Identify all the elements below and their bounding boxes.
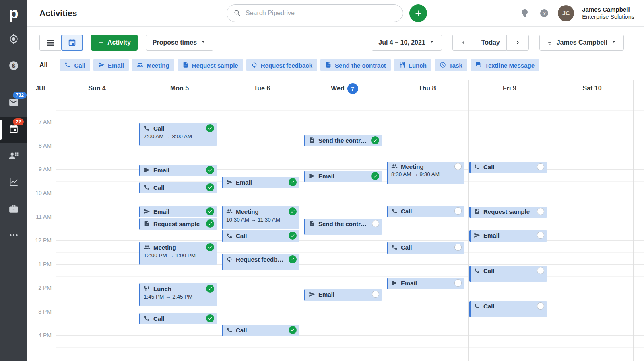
- open-circle-icon[interactable]: [537, 267, 544, 274]
- day-header-mon[interactable]: Mon 5: [138, 80, 221, 97]
- open-circle-icon[interactable]: [537, 163, 544, 170]
- day-header-thu[interactable]: Thu 8: [386, 80, 468, 97]
- event-email[interactable]: Email: [469, 230, 547, 242]
- day-header-sat[interactable]: Sat 10: [551, 80, 633, 97]
- check-circle-icon[interactable]: [371, 172, 379, 180]
- filter-chip-email[interactable]: Email: [93, 59, 129, 71]
- day-header-sun[interactable]: Sun 4: [56, 80, 138, 97]
- day-header-fri[interactable]: Fri 9: [468, 80, 551, 97]
- sidebar-item-mail[interactable]: 732: [0, 90, 27, 117]
- filter-chip-call[interactable]: Call: [60, 59, 90, 71]
- check-circle-icon[interactable]: [289, 255, 297, 263]
- event-call[interactable]: Call: [222, 325, 299, 336]
- filter-chip-lunch[interactable]: Lunch: [394, 59, 431, 71]
- event-call[interactable]: Call: [387, 242, 464, 254]
- filter-chip-textline-message[interactable]: Textline Message: [471, 59, 539, 71]
- phone-icon: [144, 315, 150, 322]
- help-button[interactable]: ?: [539, 8, 550, 19]
- sidebar-item-dollar[interactable]: $: [0, 53, 27, 80]
- sidebar-item-products[interactable]: [0, 196, 27, 223]
- open-circle-icon[interactable]: [537, 208, 544, 215]
- open-circle-icon[interactable]: [454, 163, 462, 170]
- event-request-sample[interactable]: Request sample: [139, 218, 217, 230]
- event-lunch[interactable]: Lunch1:45 PM → 2:45 PM: [139, 283, 217, 306]
- event-call[interactable]: Call: [387, 206, 464, 217]
- event-call[interactable]: Call7:00 AM → 8:00 AM: [139, 123, 217, 146]
- event-call[interactable]: Call: [469, 301, 547, 317]
- filter-all[interactable]: All: [39, 62, 47, 69]
- day-header-tue[interactable]: Tue 6: [221, 80, 303, 97]
- event-email[interactable]: Email: [139, 206, 217, 217]
- check-circle-icon[interactable]: [289, 232, 297, 240]
- event-call[interactable]: Call: [469, 162, 547, 173]
- event-send-the-contract[interactable]: Send the contract: [304, 135, 382, 146]
- suggestions-button[interactable]: [519, 8, 530, 19]
- open-circle-icon[interactable]: [372, 291, 379, 298]
- date-range-button[interactable]: Jul 4 – 10, 2021: [372, 35, 442, 51]
- open-circle-icon[interactable]: [372, 220, 379, 227]
- check-circle-icon[interactable]: [206, 166, 214, 174]
- filter-chip-request-sample[interactable]: Request sample: [178, 59, 243, 71]
- pipedrive-logo[interactable]: p: [0, 0, 27, 27]
- day-header-wed[interactable]: Wed7: [303, 80, 386, 97]
- sidebar-item-dots[interactable]: [0, 223, 27, 249]
- event-call[interactable]: Call: [469, 266, 547, 282]
- caret-down-icon: [611, 39, 617, 47]
- filter-chip-task[interactable]: Task: [435, 59, 467, 71]
- user-menu[interactable]: James Campbell Enterprise Solutions: [582, 6, 634, 21]
- send-icon: [309, 291, 315, 297]
- open-circle-icon[interactable]: [454, 207, 462, 215]
- prev-week-button[interactable]: [452, 35, 475, 51]
- sidebar-item-stats[interactable]: [0, 170, 27, 196]
- search-bar[interactable]: [227, 4, 403, 22]
- check-circle-icon[interactable]: [206, 285, 214, 293]
- search-input[interactable]: [246, 10, 396, 17]
- event-request-feedback[interactable]: Request feedback: [222, 254, 299, 270]
- event-email[interactable]: Email: [304, 171, 382, 182]
- event-meeting[interactable]: Meeting10:30 AM → 11:30 AM: [222, 206, 299, 229]
- check-circle-icon[interactable]: [206, 219, 214, 228]
- quick-add-button[interactable]: [409, 4, 427, 22]
- event-call[interactable]: Call: [139, 182, 217, 193]
- check-circle-icon[interactable]: [206, 124, 214, 132]
- event-email[interactable]: Email: [304, 289, 382, 301]
- open-circle-icon[interactable]: [537, 232, 544, 239]
- check-circle-icon[interactable]: [206, 183, 214, 191]
- event-meeting[interactable]: Meeting8:30 AM → 9:30 AM: [387, 162, 464, 184]
- propose-times-button[interactable]: Propose times: [146, 35, 213, 51]
- open-circle-icon[interactable]: [454, 279, 462, 287]
- list-view-button[interactable]: [39, 35, 61, 51]
- day-column-fri: CallRequest sampleEmailCallCall: [468, 97, 551, 361]
- check-circle-icon[interactable]: [289, 178, 297, 186]
- check-circle-icon[interactable]: [206, 243, 214, 251]
- event-call[interactable]: Call: [222, 230, 299, 242]
- check-circle-icon[interactable]: [289, 326, 297, 334]
- event-call[interactable]: Call: [139, 313, 217, 324]
- check-circle-icon[interactable]: [371, 136, 379, 144]
- avatar[interactable]: JC: [558, 5, 574, 21]
- event-request-sample[interactable]: Request sample: [469, 207, 547, 218]
- calendar-view-button[interactable]: [61, 35, 83, 51]
- filter-chip-send-the-contract[interactable]: Send the contract: [320, 59, 391, 71]
- owner-filter-button[interactable]: James Campbell: [539, 35, 624, 51]
- filter-chip-request-feedback[interactable]: Request feedback: [246, 59, 317, 71]
- event-email[interactable]: Email: [387, 278, 464, 289]
- check-circle-icon[interactable]: [206, 314, 214, 322]
- event-email[interactable]: Email: [222, 177, 299, 188]
- check-circle-icon[interactable]: [289, 207, 297, 215]
- today-label: Today: [481, 39, 500, 46]
- event-email[interactable]: Email: [139, 165, 217, 176]
- phone-icon: [474, 164, 480, 170]
- today-button[interactable]: Today: [475, 35, 506, 51]
- open-circle-icon[interactable]: [537, 302, 544, 310]
- sidebar-item-contacts[interactable]: [0, 143, 27, 170]
- filter-chip-meeting[interactable]: Meeting: [132, 59, 174, 71]
- sidebar-item-calendar[interactable]: 22: [0, 117, 27, 143]
- add-activity-button[interactable]: Activity: [91, 35, 138, 51]
- check-circle-icon[interactable]: [206, 207, 214, 215]
- event-meeting[interactable]: Meeting12:00 PM → 1:00 PM: [139, 242, 217, 265]
- next-week-button[interactable]: [506, 35, 529, 51]
- open-circle-icon[interactable]: [454, 244, 462, 251]
- sidebar-item-target[interactable]: [0, 27, 27, 53]
- event-send-the-contract[interactable]: Send the contract: [304, 219, 382, 235]
